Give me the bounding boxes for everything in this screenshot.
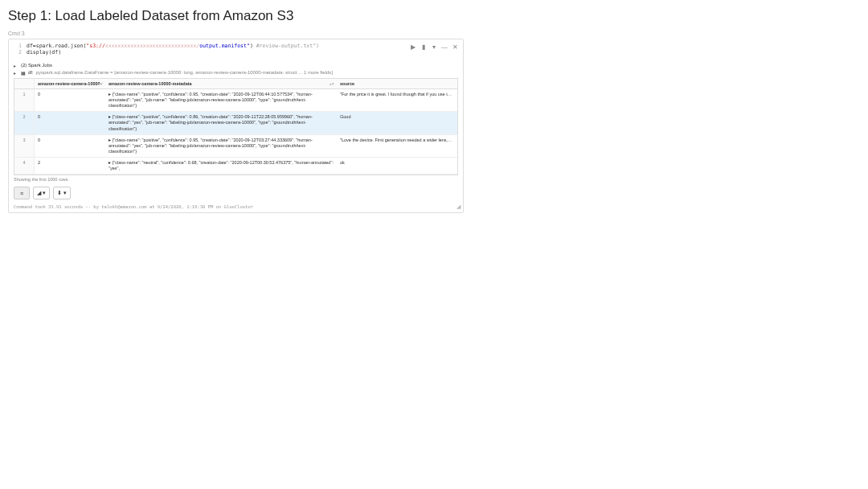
cell-source: "For the price it is great. I found thou… [337, 88, 457, 111]
close-icon[interactable]: ✕ [452, 43, 458, 50]
column-header[interactable]: amazon-review-camera-10000-metadata▴▾ [105, 79, 337, 89]
table-view-button[interactable]: ≡ [14, 187, 30, 199]
schema-prefix: df: [28, 70, 34, 75]
cell-source: ok [337, 158, 457, 175]
spark-jobs-toggle[interactable]: ▸ (2) Spark Jobs [14, 62, 458, 69]
row-index-header [14, 79, 35, 89]
cell-value: 0 [35, 88, 106, 111]
notebook-cell: ▶ ▮ ▾ — ✕ 1 df=spark.read.json("s3://xxx… [8, 39, 464, 213]
step-title: Step 1: Load Labeled Dataset from Amazon… [8, 8, 860, 24]
code-text: display(df) [27, 49, 61, 55]
cell-value: 0 [35, 134, 106, 157]
table-row[interactable]: 3 0 ▸ {"class-name": "positive", "confid… [14, 134, 457, 157]
result-table: amazon-review-camera-10000▴▾ amazon-revi… [14, 78, 458, 176]
bar-chart-icon[interactable]: ▮ [420, 43, 427, 50]
cell-source: "Love the device. First generation neede… [337, 134, 457, 157]
line-number: 1 [12, 43, 27, 49]
code-editor[interactable]: 1 df=spark.read.json("s3://xxxxxxxxxxxxx… [9, 39, 463, 60]
cell-value: 0 [35, 112, 106, 134]
table-row[interactable]: 1 0 ▸ {"class-name": "positive", "confid… [14, 88, 457, 111]
cell-metadata: ▸ {"class-name": "positive", "confidence… [105, 112, 337, 134]
code-text: df=spark.read.json("s3://xxxxxxxxxxxxxxx… [27, 43, 319, 49]
schema-toggle[interactable]: ▸ ▦ df: pyspark.sql.dataframe.DataFrame … [14, 69, 458, 76]
cell-source: Good [337, 112, 457, 134]
row-index: 2 [14, 112, 35, 134]
minimize-icon[interactable]: — [441, 43, 448, 50]
table-row[interactable]: 2 0 ▸ {"class-name": "positive", "confid… [14, 112, 457, 134]
cell-metadata: ▸ {"class-name": "positive", "confidence… [105, 134, 337, 157]
chevron-down-icon[interactable]: ▾ [431, 43, 437, 50]
column-header[interactable]: source [337, 79, 457, 89]
view-toolbar: ≡ ◢▾ ⬇▾ [9, 183, 463, 203]
cell-metadata: ▸ {"class-name": "neutral", "confidence"… [105, 158, 337, 175]
row-count-label: Showing the first 1000 rows. [9, 175, 463, 183]
execution-footer: Command took 33.91 seconds -- by talekh@… [9, 203, 463, 212]
spark-jobs-label: (2) Spark Jobs [21, 63, 52, 68]
sort-icon: ▴▾ [98, 81, 103, 86]
resize-handle[interactable]: ◢ [457, 203, 461, 210]
table-icon: ▦ [21, 70, 26, 76]
caret-right-icon: ▸ [14, 70, 18, 76]
row-index: 1 [14, 88, 35, 111]
sort-icon: ▴▾ [330, 81, 334, 86]
chart-view-button[interactable]: ◢▾ [33, 187, 50, 199]
download-button[interactable]: ⬇▾ [53, 187, 71, 199]
row-index: 3 [14, 134, 35, 157]
column-header[interactable]: amazon-review-camera-10000▴▾ [35, 79, 106, 89]
schema-text: pyspark.sql.dataframe.DataFrame = [amazo… [36, 70, 333, 75]
table-row[interactable]: 4 2 ▸ {"class-name": "neutral", "confide… [14, 158, 457, 175]
run-icon[interactable]: ▶ [410, 43, 416, 50]
cell-value: 2 [35, 158, 106, 175]
cell-metadata: ▸ {"class-name": "positive", "confidence… [105, 88, 337, 111]
cell-toolbar: ▶ ▮ ▾ — ✕ [410, 43, 458, 50]
line-number: 2 [12, 49, 27, 55]
cmd-label: Cmd 3 [8, 31, 860, 36]
row-index: 4 [14, 158, 35, 175]
caret-right-icon: ▸ [14, 63, 18, 68]
